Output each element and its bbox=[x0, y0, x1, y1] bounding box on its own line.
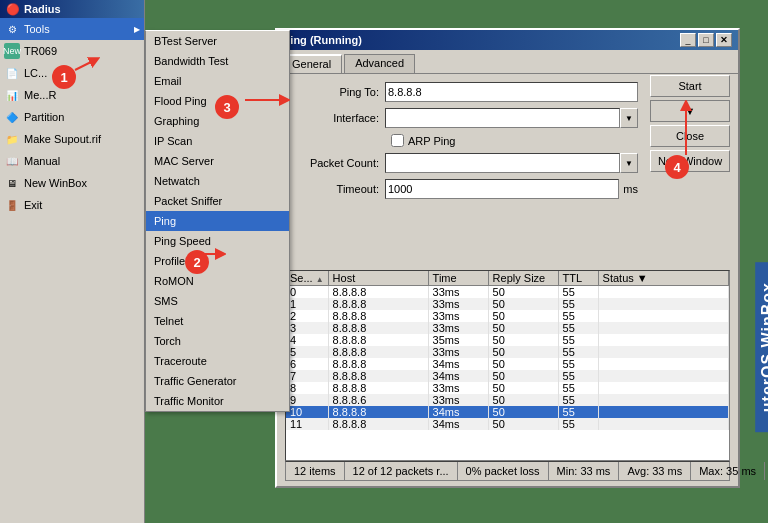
ping-to-row: Ping To: bbox=[285, 82, 638, 102]
col-seq[interactable]: Se... ▲ bbox=[286, 271, 328, 286]
menu-item-netwatch[interactable]: Netwatch bbox=[146, 171, 289, 191]
table-row[interactable]: 9 8.8.8.6 33ms 50 55 bbox=[286, 394, 729, 406]
annotation-3: 3 bbox=[215, 95, 239, 119]
winbox-icon: 🖥 bbox=[4, 175, 20, 191]
arp-ping-checkbox[interactable] bbox=[391, 134, 404, 147]
window-titlebar: Ping (Running) _ □ ✕ bbox=[277, 30, 738, 50]
table-row[interactable]: 3 8.8.8.8 33ms 50 55 bbox=[286, 322, 729, 334]
table-row[interactable]: 2 8.8.8.8 33ms 50 55 bbox=[286, 310, 729, 322]
col-replysize[interactable]: Reply Size bbox=[488, 271, 558, 286]
menu-item-ping[interactable]: Ping bbox=[146, 211, 289, 231]
menu-item-sms[interactable]: SMS bbox=[146, 291, 289, 311]
table-row[interactable]: 10 8.8.8.8 34ms 50 55 bbox=[286, 406, 729, 418]
col-host[interactable]: Host bbox=[328, 271, 428, 286]
menu-item-torch[interactable]: Torch bbox=[146, 331, 289, 351]
maximize-button[interactable]: □ bbox=[698, 33, 714, 47]
window-title: Ping (Running) bbox=[283, 34, 362, 46]
tab-advanced[interactable]: Advanced bbox=[344, 54, 415, 73]
tr069-icon: New bbox=[4, 43, 20, 59]
table-row[interactable]: 6 8.8.8.8 34ms 50 55 bbox=[286, 358, 729, 370]
minimize-button[interactable]: _ bbox=[680, 33, 696, 47]
table-row[interactable]: 8 8.8.8.8 33ms 50 55 bbox=[286, 382, 729, 394]
window-controls: _ □ ✕ bbox=[680, 33, 732, 47]
tab-bar: General Advanced bbox=[277, 50, 738, 73]
tools-icon: ⚙ bbox=[4, 21, 20, 37]
menu-item-bandwidth[interactable]: Bandwidth Test bbox=[146, 51, 289, 71]
packet-count-input[interactable] bbox=[385, 153, 620, 173]
ping-window: Ping (Running) _ □ ✕ General Advanced Pi… bbox=[275, 28, 740, 488]
menu-item-ipscan[interactable]: IP Scan bbox=[146, 131, 289, 151]
sidebar-item-manual[interactable]: 📖 Manual bbox=[0, 150, 144, 172]
interface-input[interactable] bbox=[385, 108, 620, 128]
packet-count-dropdown[interactable]: ▼ bbox=[620, 153, 638, 173]
menu-item-romon[interactable]: RoMON bbox=[146, 271, 289, 291]
arrow-4 bbox=[676, 100, 696, 160]
arp-ping-label: ARP Ping bbox=[408, 135, 456, 147]
ping-to-label: Ping To: bbox=[285, 86, 385, 98]
menu-item-macserver[interactable]: MAC Server bbox=[146, 151, 289, 171]
timeout-unit: ms bbox=[623, 183, 638, 195]
menu-item-pktsniff[interactable]: Packet Sniffer bbox=[146, 191, 289, 211]
timeout-label: Timeout: bbox=[285, 183, 385, 195]
ping-to-input[interactable] bbox=[385, 82, 638, 102]
arrow-3 bbox=[240, 90, 290, 110]
sidebar-item-label: LC... bbox=[24, 67, 47, 79]
arp-ping-row: ARP Ping bbox=[285, 134, 638, 147]
close-button[interactable]: ✕ bbox=[716, 33, 732, 47]
sidebar-title: 🔴 Radius bbox=[0, 0, 144, 18]
sidebar-item-partition[interactable]: 🔷 Partition bbox=[0, 106, 144, 128]
sidebar-item-me[interactable]: 📊 Me...R bbox=[0, 84, 144, 106]
status-packets: 12 of 12 packets r... bbox=[345, 462, 458, 480]
table-row[interactable]: 0 8.8.8.8 33ms 50 55 bbox=[286, 286, 729, 299]
menu-item-traceroute[interactable]: Traceroute bbox=[146, 351, 289, 371]
col-status[interactable]: Status ▼ bbox=[598, 271, 728, 286]
status-min: Min: 33 ms bbox=[549, 462, 620, 480]
timeout-input[interactable] bbox=[385, 179, 619, 199]
sidebar-item-exit[interactable]: 🚪 Exit bbox=[0, 194, 144, 216]
status-bar: 12 items 12 of 12 packets r... 0% packet… bbox=[285, 461, 730, 481]
annotation-4: 4 bbox=[665, 155, 689, 179]
partition-icon: 🔷 bbox=[4, 109, 20, 125]
menu-item-trafficmon[interactable]: Traffic Monitor bbox=[146, 391, 289, 411]
interface-field-container: ▼ bbox=[385, 108, 638, 128]
sidebar-item-label: Me...R bbox=[24, 89, 56, 101]
menu-item-telnet[interactable]: Telnet bbox=[146, 311, 289, 331]
annotation-1: 1 bbox=[52, 65, 76, 89]
sidebar-item-label: TR069 bbox=[24, 45, 57, 57]
menu-item-btest[interactable]: BTest Server bbox=[146, 31, 289, 51]
sidebar-item-tools[interactable]: ⚙ Tools ▶ bbox=[0, 18, 144, 40]
sidebar-item-winbox[interactable]: 🖥 New WinBox bbox=[0, 172, 144, 194]
sidebar-item-supout[interactable]: 📁 Make Supout.rif bbox=[0, 128, 144, 150]
annotation-2: 2 bbox=[185, 250, 209, 274]
arrow-icon: ▶ bbox=[134, 25, 140, 34]
table-row[interactable]: 7 8.8.8.8 34ms 50 55 bbox=[286, 370, 729, 382]
sidebar-item-label: Manual bbox=[24, 155, 60, 167]
menu-item-email[interactable]: Email bbox=[146, 71, 289, 91]
menu-item-trafficgen[interactable]: Traffic Generator bbox=[146, 371, 289, 391]
lc-icon: 📄 bbox=[4, 65, 20, 81]
ping-table-container: Se... ▲ Host Time Reply Size TTL Status … bbox=[285, 270, 730, 461]
packet-count-row: Packet Count: ▼ bbox=[285, 153, 638, 173]
sidebar-item-label: New WinBox bbox=[24, 177, 87, 189]
sidebar-item-label: Make Supout.rif bbox=[24, 133, 101, 145]
supout-icon: 📁 bbox=[4, 131, 20, 147]
manual-icon: 📖 bbox=[4, 153, 20, 169]
col-ttl[interactable]: TTL bbox=[558, 271, 598, 286]
table-row[interactable]: 11 8.8.8.8 34ms 50 55 bbox=[286, 418, 729, 430]
sort-icon: ▲ bbox=[316, 275, 324, 284]
tab-general[interactable]: General bbox=[281, 54, 342, 73]
table-row[interactable]: 5 8.8.8.8 33ms 50 55 bbox=[286, 346, 729, 358]
winbox-label: uterOS WinBox bbox=[755, 262, 768, 432]
col-time[interactable]: Time bbox=[428, 271, 488, 286]
start-button[interactable]: Start bbox=[650, 75, 730, 97]
status-loss: 0% packet loss bbox=[458, 462, 549, 480]
status-max: Max: 35 ms bbox=[691, 462, 765, 480]
interface-label: Interface: bbox=[285, 112, 385, 124]
timeout-row: Timeout: ms bbox=[285, 179, 638, 199]
dropdown-icon: ▼ bbox=[637, 272, 648, 284]
table-row[interactable]: 1 8.8.8.8 33ms 50 55 bbox=[286, 298, 729, 310]
interface-dropdown[interactable]: ▼ bbox=[620, 108, 638, 128]
table-row[interactable]: 4 8.8.8.8 35ms 50 55 bbox=[286, 334, 729, 346]
svg-line-0 bbox=[75, 60, 95, 70]
status-avg: Avg: 33 ms bbox=[619, 462, 691, 480]
